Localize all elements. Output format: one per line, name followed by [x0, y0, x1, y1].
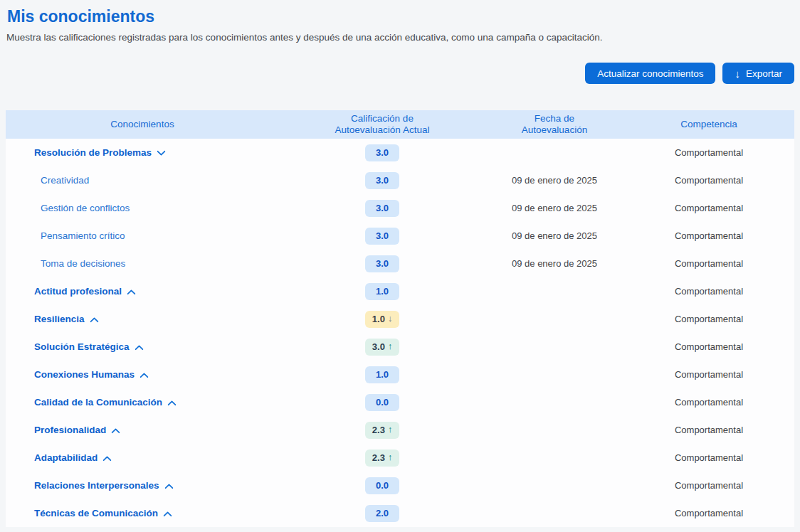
chevron-up-icon[interactable]	[135, 344, 144, 351]
competencia-value: Comportamental	[623, 369, 794, 380]
score-badge: 3.0↑	[365, 339, 399, 356]
chevron-up-icon[interactable]	[164, 483, 174, 489]
score-badge: 0.0	[365, 394, 399, 411]
competencia-value: Comportamental	[623, 508, 794, 518]
knowledge-link[interactable]: Gestión de conflictos	[41, 203, 130, 213]
knowledge-link[interactable]: Adaptabilidad	[34, 452, 112, 463]
trend-up-icon: ↑	[388, 453, 392, 462]
competencia-value: Comportamental	[623, 258, 794, 269]
chevron-down-icon[interactable]	[157, 150, 166, 156]
table-row: Solución Estratégica 3.0↑ Comportamental	[6, 333, 794, 361]
table-row: Relaciones Interpersonales 0.0 Comportam…	[6, 472, 794, 499]
update-knowledge-button[interactable]: Actualizar conocimientos	[585, 63, 715, 84]
page-title: Mis conocimientos	[6, 6, 794, 27]
knowledge-link[interactable]: Actitud profesional	[34, 286, 136, 297]
chevron-up-icon[interactable]	[167, 400, 177, 406]
knowledge-link[interactable]: Solución Estratégica	[34, 341, 144, 352]
table-row: Toma de decisiones 3.0 09 de enero de 20…	[6, 250, 794, 277]
table-body: Resolución de Problemas 3.0 Comportament…	[6, 139, 794, 527]
score-badge: 3.0	[365, 144, 399, 161]
column-header-calificacion: Calificación de Autoevaluación Actual	[279, 110, 485, 139]
score-badge: 3.0	[365, 200, 399, 217]
knowledge-table: Conocimientos Calificación de Autoevalua…	[6, 110, 794, 527]
competencia-value: Comportamental	[623, 480, 794, 491]
knowledge-link[interactable]: Conexiones Humanas	[34, 369, 149, 380]
score-badge: 1.0	[365, 366, 399, 383]
table-row: Actitud profesional 1.0 Comportamental	[6, 277, 794, 305]
score-badge: 2.3↑	[365, 449, 399, 467]
competencia-value: Comportamental	[623, 175, 794, 186]
table-row: Conexiones Humanas 1.0 Comportamental	[6, 361, 794, 388]
chevron-up-icon[interactable]	[163, 511, 172, 517]
self-eval-date: 09 de enero de 2025	[485, 175, 623, 186]
competencia-value: Comportamental	[623, 425, 794, 435]
score-badge: 3.0	[365, 172, 399, 189]
knowledge-link[interactable]: Relaciones Interpersonales	[34, 480, 174, 491]
competencia-value: Comportamental	[623, 203, 794, 213]
knowledge-link[interactable]: Toma de decisiones	[41, 258, 125, 269]
table-row: Creatividad 3.0 09 de enero de 2025 Comp…	[6, 166, 794, 194]
knowledge-link[interactable]: Resiliencia	[34, 314, 99, 324]
self-eval-date: 09 de enero de 2025	[485, 230, 623, 241]
table-row: Adaptabilidad 2.3↑ Comportamental	[6, 444, 794, 472]
chevron-up-icon[interactable]	[111, 427, 120, 434]
update-knowledge-label: Actualizar conocimientos	[597, 68, 703, 79]
knowledge-link[interactable]: Creatividad	[41, 175, 89, 186]
competencia-value: Comportamental	[623, 314, 794, 324]
self-eval-date: 09 de enero de 2025	[485, 203, 623, 213]
score-badge: 1.0	[365, 283, 399, 300]
column-header-conocimientos: Conocimientos	[6, 110, 279, 139]
download-icon: ↓	[735, 68, 740, 79]
score-badge: 2.0	[365, 505, 399, 522]
score-badge: 1.0↓	[365, 311, 399, 328]
competencia-value: Comportamental	[623, 147, 794, 158]
my-knowledge-page: Mis conocimientos Muestra las calificaci…	[0, 0, 800, 532]
chevron-up-icon[interactable]	[140, 372, 149, 378]
table-row: Resiliencia 1.0↓ Comportamental	[6, 305, 794, 333]
export-button[interactable]: ↓ Exportar	[722, 63, 794, 84]
export-label: Exportar	[746, 68, 782, 79]
table-row: Pensamiento crítico 3.0 09 de enero de 2…	[6, 222, 794, 250]
column-header-competencia: Competencia	[623, 110, 794, 139]
score-badge: 0.0	[365, 477, 399, 494]
competencia-value: Comportamental	[623, 286, 794, 297]
competencia-value: Comportamental	[623, 230, 794, 241]
toolbar: Actualizar conocimientos ↓ Exportar	[6, 63, 794, 84]
competencia-value: Comportamental	[623, 341, 794, 352]
knowledge-link[interactable]: Resolución de Problemas	[34, 147, 166, 158]
table-header-row: Conocimientos Calificación de Autoevalua…	[6, 110, 794, 139]
trend-down-icon: ↓	[388, 314, 392, 324]
trend-up-icon: ↑	[388, 342, 392, 351]
knowledge-link[interactable]: Técnicas de Comunicación	[34, 508, 172, 518]
table-row: Profesionalidad 2.3↑ Comportamental	[6, 416, 794, 444]
chevron-up-icon[interactable]	[102, 455, 112, 462]
competencia-value: Comportamental	[623, 397, 794, 408]
table-row: Técnicas de Comunicación 2.0 Comportamen…	[6, 499, 794, 527]
table-row: Resolución de Problemas 3.0 Comportament…	[6, 139, 794, 166]
score-badge: 3.0	[365, 255, 399, 272]
chevron-up-icon[interactable]	[90, 316, 99, 323]
page-subtitle: Muestra las calificaciones registradas p…	[6, 31, 794, 43]
knowledge-link[interactable]: Pensamiento crítico	[41, 230, 125, 241]
table-row: Calidad de la Comunicación 0.0 Comportam…	[6, 388, 794, 416]
score-badge: 3.0	[365, 228, 399, 245]
competencia-value: Comportamental	[623, 452, 794, 463]
score-badge: 2.3↑	[365, 422, 399, 439]
chevron-up-icon[interactable]	[127, 289, 136, 295]
table-row: Gestión de conflictos 3.0 09 de enero de…	[6, 194, 794, 222]
trend-up-icon: ↑	[388, 425, 392, 435]
knowledge-link[interactable]: Profesionalidad	[34, 425, 120, 435]
column-header-fecha: Fecha de Autoevaluación	[485, 110, 623, 139]
self-eval-date: 09 de enero de 2025	[485, 258, 623, 269]
knowledge-link[interactable]: Calidad de la Comunicación	[34, 397, 177, 408]
